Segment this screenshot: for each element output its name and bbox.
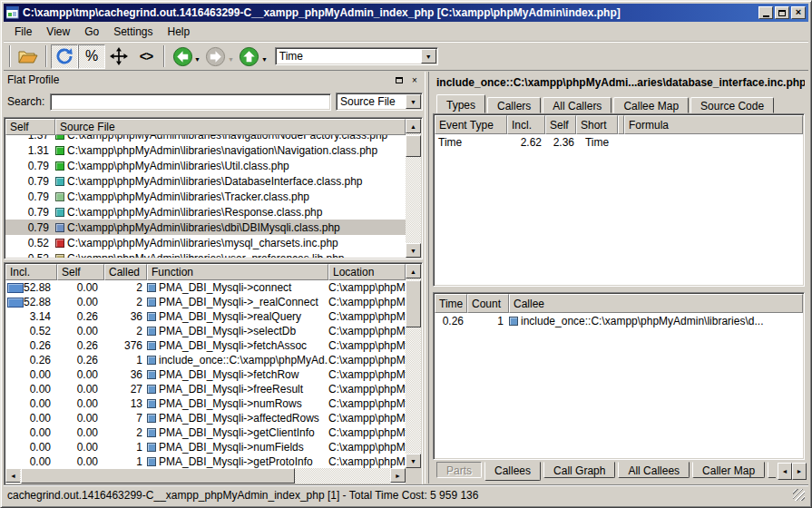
function-row[interactable]: 0.000.001PMA_DBI_Mysqli->numFieldsC:\xam… — [5, 440, 406, 454]
tab-caller-map[interactable]: Caller Map — [692, 462, 765, 478]
function-row[interactable]: 52.880.002PMA_DBI_Mysqli->connectC:\xamp… — [5, 280, 406, 295]
function-row[interactable]: 0.260.261include_once::C:\xampp\phpMyAd.… — [5, 353, 406, 367]
close-dock-button[interactable]: × — [408, 74, 421, 86]
event-type-combobox[interactable]: Time ▼ — [275, 47, 438, 65]
menu-help[interactable]: Help — [161, 23, 198, 41]
tab-all-callers[interactable]: All Callers — [543, 97, 611, 113]
source-file-row[interactable]: 0.52C:\xampp\phpMyAdmin\libraries\mysql_… — [5, 235, 406, 250]
scroll-up-button[interactable]: ▲ — [406, 119, 421, 133]
combo-dropdown-icon[interactable]: ▼ — [421, 49, 436, 64]
header-count[interactable]: Count — [467, 294, 509, 313]
header-short[interactable]: Short — [576, 115, 618, 134]
group-by-combobox[interactable]: Source File ▼ — [336, 93, 423, 111]
function-location: C:\xampp\phpMy — [328, 296, 406, 308]
function-row[interactable]: 0.260.26376PMA_DBI_Mysqli->fetchAssocC:\… — [5, 338, 406, 353]
source-file-row[interactable]: 0.52C:\xampp\phpMyAdmin\libraries\user_p… — [5, 250, 406, 258]
function-self-value: 0.00 — [57, 281, 104, 294]
header-location[interactable]: Location — [328, 264, 406, 280]
function-row[interactable]: 52.880.002PMA_DBI_Mysqli->_realConnectC:… — [5, 295, 406, 309]
tab-scroll-left-button[interactable]: ◄ — [778, 463, 792, 480]
function-row[interactable]: 0.000.001PMA_DBI_Mysqli->getProtoInfoC:\… — [5, 454, 406, 468]
event-type-row[interactable]: Time 2.62 2.36 Time — [435, 134, 803, 150]
source-file-row[interactable]: 0.79C:\xampp\phpMyAdmin\libraries\Tracke… — [5, 189, 406, 204]
source-file-row[interactable]: 1.37C:\xampp\phpMyAdmin\libraries\naviga… — [5, 135, 406, 142]
source-vertical-scrollbar[interactable]: ▲ ▼ — [406, 119, 421, 258]
source-file-row[interactable]: 0.79C:\xampp\phpMyAdmin\libraries\Databa… — [5, 173, 406, 189]
tab-call-graph[interactable]: Call Graph — [543, 462, 615, 478]
function-row[interactable]: 0.520.002PMA_DBI_Mysqli->selectDbC:\xamp… — [5, 324, 406, 338]
scroll-thumb[interactable] — [21, 468, 295, 484]
forward-dropdown-caret[interactable]: ▼ — [228, 56, 234, 63]
scroll-thumb[interactable] — [406, 135, 421, 157]
scroll-up-button[interactable]: ▲ — [406, 264, 421, 278]
header-self[interactable]: Self — [57, 264, 104, 280]
source-file-row[interactable]: 0.79C:\xampp\phpMyAdmin\libraries\Util.c… — [5, 158, 406, 173]
callee-row[interactable]: 0.26 1 include_once::C:\xampp\phpMyAdmin… — [435, 313, 803, 328]
source-file-row[interactable]: 0.79C:\xampp\phpMyAdmin\libraries\Respon… — [5, 204, 406, 220]
scroll-left-button[interactable]: ◄ — [5, 468, 21, 483]
minimize-button[interactable] — [758, 6, 773, 19]
event-types-table: Event Type Incl. Self Short Formula Time… — [433, 113, 805, 287]
relative-percent-button[interactable]: % — [78, 44, 105, 69]
tab-machine[interactable]: Machine — [768, 462, 776, 478]
header-event-type[interactable]: Event Type — [435, 115, 507, 134]
menu-file[interactable]: File — [7, 23, 39, 41]
function-vertical-scrollbar[interactable]: ▲ ▼ — [406, 264, 421, 484]
menu-settings[interactable]: Settings — [106, 23, 160, 41]
file-color-icon — [55, 177, 64, 186]
tab-callee-map[interactable]: Callee Map — [613, 97, 689, 113]
incl-number: 0.26 — [30, 354, 51, 366]
header-callee[interactable]: Callee — [509, 294, 803, 313]
tab-parts[interactable]: Parts — [436, 462, 482, 478]
header-time[interactable]: Time — [435, 294, 467, 313]
resize-grip-icon[interactable] — [793, 489, 805, 501]
header-formula[interactable]: Formula — [624, 115, 803, 134]
function-horizontal-scrollbar[interactable]: ◄ ► — [5, 468, 406, 484]
float-dock-button[interactable] — [393, 74, 406, 86]
source-file-row[interactable]: 0.79C:\xampp\phpMyAdmin\libraries\dbi\DB… — [5, 220, 406, 235]
flat-profile-dock: Flat Profile × Search: Source File ▼ Sel… — [4, 72, 425, 484]
header-incl[interactable]: Incl. — [507, 115, 545, 134]
function-row[interactable]: 0.000.007PMA_DBI_Mysqli->affectedRowsC:\… — [5, 411, 406, 425]
scroll-thumb[interactable] — [406, 280, 421, 327]
event-type-name: Time — [435, 136, 507, 149]
combo-dropdown-icon[interactable]: ▼ — [406, 94, 421, 109]
function-row[interactable]: 0.000.002PMA_DBI_Mysqli->getClientInfoC:… — [5, 425, 406, 440]
header-source-file[interactable]: Source File — [55, 119, 406, 135]
function-row[interactable]: 0.000.0027PMA_DBI_Mysqli->freeResultC:\x… — [5, 382, 406, 396]
close-button[interactable]: × — [791, 6, 806, 19]
tab-scroll-right-button[interactable]: ► — [792, 463, 807, 480]
tab-all-callees[interactable]: All Callees — [618, 462, 690, 478]
header-self[interactable]: Self — [5, 119, 55, 135]
tab-callers[interactable]: Callers — [487, 97, 541, 113]
header-called[interactable]: Called — [104, 264, 147, 280]
back-dropdown-caret[interactable]: ▼ — [194, 56, 201, 63]
cycle-grouping-button[interactable] — [51, 44, 78, 69]
forward-button[interactable] — [202, 44, 230, 69]
tab-types[interactable]: Types — [436, 94, 485, 113]
menu-view[interactable]: View — [39, 23, 77, 41]
header-self[interactable]: Self — [545, 115, 576, 134]
scroll-right-button[interactable]: ► — [390, 468, 406, 483]
source-file-row[interactable]: 1.31C:\xampp\phpMyAdmin\libraries\naviga… — [5, 142, 406, 158]
tab-callees[interactable]: Callees — [484, 462, 541, 481]
scroll-down-button[interactable]: ▼ — [406, 454, 421, 468]
header-incl[interactable]: Incl. — [5, 264, 57, 280]
up-dropdown-caret[interactable]: ▼ — [261, 56, 268, 63]
menu-go[interactable]: Go — [77, 23, 106, 41]
scroll-down-button[interactable]: ▼ — [406, 243, 421, 258]
maximize-button[interactable] — [775, 6, 789, 19]
shorten-templates-button[interactable]: <> — [132, 44, 160, 69]
function-row[interactable]: 3.140.2636PMA_DBI_Mysqli->realQueryC:\xa… — [5, 309, 406, 324]
function-location: C:\xampp\phpMy — [328, 397, 406, 410]
search-input[interactable] — [50, 93, 331, 111]
function-row[interactable]: 0.000.0013PMA_DBI_Mysqli->numRowsC:\xamp… — [5, 396, 406, 411]
header-function[interactable]: Function — [147, 264, 328, 280]
up-button[interactable] — [236, 44, 263, 69]
open-file-button[interactable] — [15, 44, 42, 69]
relative-to-parent-button[interactable] — [105, 44, 132, 69]
tab-source-code[interactable]: Source Code — [690, 97, 774, 113]
function-incl-value: 0.52 — [5, 325, 57, 337]
function-row[interactable]: 0.000.0036PMA_DBI_Mysqli->fetchRowC:\xam… — [5, 367, 406, 382]
back-button[interactable] — [169, 44, 196, 69]
